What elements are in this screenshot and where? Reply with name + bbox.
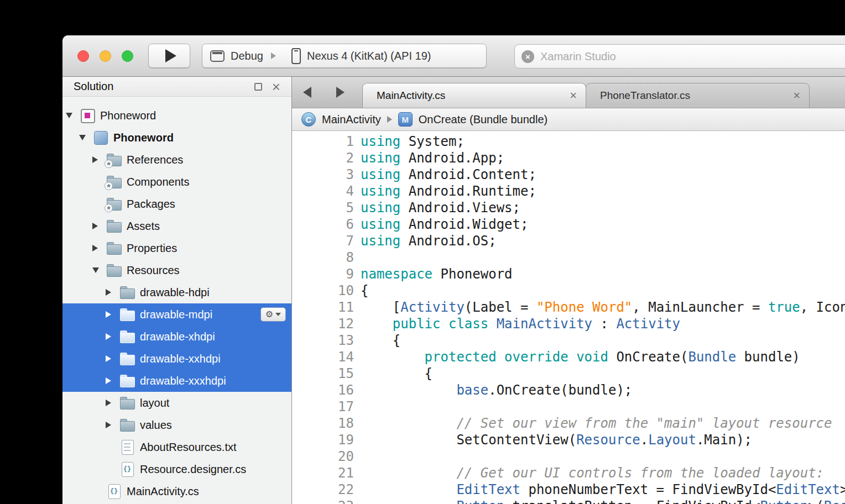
line-number[interactable]: 20 [292,448,354,465]
code-line: 20 [292,448,845,465]
line-number[interactable]: 16 [292,382,354,398]
run-button[interactable] [148,44,190,68]
line-number[interactable]: 13 [292,332,354,349]
disclosure-expanded-icon[interactable] [79,135,93,140]
line-number[interactable]: 19 [292,432,354,448]
line-number[interactable]: 6 [292,216,354,233]
item-context-gear-button[interactable]: ⚙ [260,307,286,322]
tree-item-phoneword[interactable]: Phoneword [62,127,291,149]
disclosure-collapsed-icon[interactable] [106,333,120,340]
configuration-device-selector[interactable]: Debug Nexus 4 (KitKat) (API 19) [202,44,487,68]
dock-pad-icon[interactable] [254,83,262,91]
code-text: EditText phoneNumberText = FindViewById<… [361,481,845,498]
tree-item-mainactivity-cs[interactable]: MainActivity.cs [62,480,291,502]
close-pad-icon[interactable]: × [272,80,280,94]
tree-item-drawable-mdpi[interactable]: drawable-mdpi⚙ [62,303,291,326]
code-line: 11 [Activity(Label = "Phone Word", MainL… [292,299,845,316]
code-line: 4using Android.Runtime; [292,183,845,200]
disclosure-collapsed-icon[interactable] [106,311,120,318]
tab-mainactivity-cs[interactable]: MainActivity.cs× [362,83,586,108]
code-text: using Android.Widget; [361,216,528,233]
line-number[interactable]: 23 [292,498,354,504]
tree-item-packages[interactable]: *Packages [62,193,291,215]
chevron-right-icon [387,116,392,123]
line-number[interactable]: 14 [292,349,354,365]
line-number[interactable]: 11 [292,299,354,316]
tree-item-values[interactable]: values [62,414,291,436]
code-line: 13 { [292,332,845,349]
line-number[interactable]: 8 [292,249,354,266]
zoom-window-button[interactable] [122,50,133,62]
pad-title: Solution [74,80,113,93]
line-number[interactable]: 5 [292,200,354,216]
tree-item-properties[interactable]: Properties [62,237,291,259]
disclosure-expanded-icon[interactable] [92,267,107,273]
tree-item-references[interactable]: *References [62,149,291,171]
tree-item-label: Phoneword [100,109,156,122]
line-number[interactable]: 2 [292,150,354,166]
line-number[interactable]: 7 [292,233,354,249]
disclosure-collapsed-icon[interactable] [92,223,107,229]
line-number[interactable]: 12 [292,316,354,332]
code-line: 9namespace Phoneword [292,266,845,282]
tree-item-resources[interactable]: Resources [62,259,291,281]
close-tab-icon[interactable]: × [570,90,577,102]
navigate-forward-icon[interactable] [336,87,345,98]
tree-item-drawable-xxxhdpi[interactable]: drawable-xxxhdpi [62,370,291,392]
tree-item-label: Assets [127,220,160,233]
line-number[interactable]: 9 [292,266,354,282]
tree-item-drawable-xxhdpi[interactable]: drawable-xxhdpi [62,348,291,370]
navigate-back-icon[interactable] [303,87,311,98]
line-number[interactable]: 3 [292,166,354,183]
folder-badge-icon: * [107,152,122,167]
line-number[interactable]: 4 [292,183,354,200]
line-number[interactable]: 1 [292,133,354,150]
minimize-window-button[interactable] [100,50,111,62]
device-label: Nexus 4 (KitKat) (API 19) [307,50,431,62]
folder-badge-icon: * [105,160,113,168]
gear-icon: ⚙ [265,310,273,319]
code-line: 23 Button translateButton = FindViewById… [292,498,845,504]
traffic-lights [77,50,133,62]
line-number[interactable]: 18 [292,415,354,432]
search-field[interactable]: × Xamarin Studio [514,44,845,69]
solution-pad: Solution × PhonewordPhoneword*References… [62,77,292,504]
tree-item-drawable-hdpi[interactable]: drawable-hdpi [62,281,291,303]
search-placeholder: Xamarin Studio [540,50,616,63]
disclosure-collapsed-icon[interactable] [106,400,120,406]
tree-item-phoneword-solution[interactable]: Phoneword [62,104,291,127]
line-number[interactable]: 22 [292,481,354,498]
code-editor[interactable]: 1using System;2using Android.App;3using … [292,131,845,504]
tree-item-components[interactable]: *Components [62,171,291,193]
tab-phonetranslator-cs[interactable]: PhoneTranslator.cs× [586,83,810,108]
method-icon: M [398,112,413,127]
caret-down-icon [275,313,281,316]
disclosure-collapsed-icon[interactable] [92,245,107,251]
breadcrumb-member[interactable]: OnCreate (Bundle bundle) [419,113,547,126]
close-window-button[interactable] [77,50,89,62]
tree-item-label: Phoneword [113,132,174,144]
breadcrumb-class[interactable]: MainActivity [322,113,381,126]
disclosure-collapsed-icon[interactable] [106,377,120,384]
window-icon [210,50,225,62]
tree-item-layout[interactable]: layout [62,392,291,414]
tree-item-resource-designer-cs[interactable]: Resource.designer.cs [62,458,291,480]
code-text: using Android.OS; [361,233,497,249]
code-text: namespace Phoneword [361,266,513,282]
tree-item-aboutresources-txt[interactable]: AboutResources.txt [62,436,291,458]
code-line: 1using System; [292,133,845,150]
line-number[interactable]: 10 [292,282,354,299]
tree-item-label: drawable-xhdpi [140,330,215,343]
line-number[interactable]: 15 [292,365,354,382]
disclosure-collapsed-icon[interactable] [106,355,120,362]
code-text: using Android.Content; [361,166,536,183]
close-tab-icon[interactable]: × [793,90,800,102]
tree-item-assets[interactable]: Assets [62,215,291,237]
line-number[interactable]: 17 [292,398,354,415]
disclosure-collapsed-icon[interactable] [106,422,120,428]
tree-item-drawable-xhdpi[interactable]: drawable-xhdpi [62,326,291,348]
code-line: 10{ [292,282,845,299]
disclosure-expanded-icon[interactable] [66,113,80,118]
disclosure-collapsed-icon[interactable] [106,289,120,296]
line-number[interactable]: 21 [292,465,354,481]
